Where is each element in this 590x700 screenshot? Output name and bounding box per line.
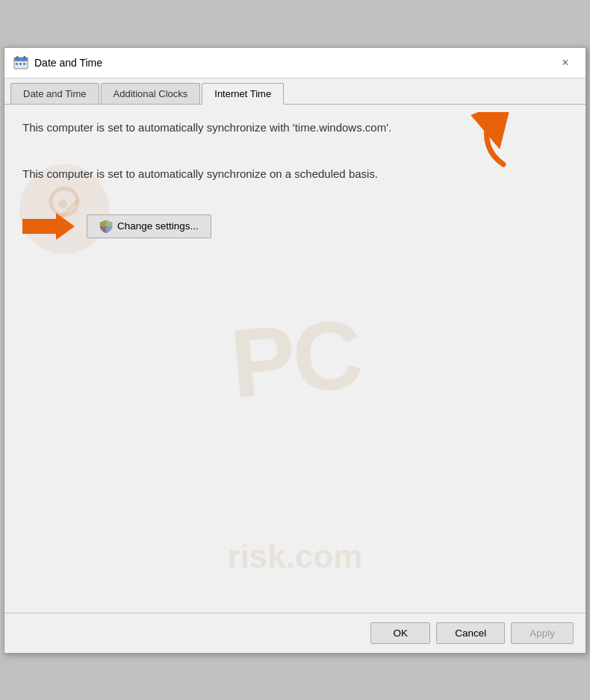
watermark-riskcom: risk.com	[228, 538, 363, 575]
title-bar-left: Date and Time	[13, 55, 102, 70]
content-area: PC risk.com This computer is set to auto…	[4, 105, 586, 613]
tab-date-time[interactable]: Date and Time	[10, 83, 99, 104]
cancel-button[interactable]: Cancel	[436, 622, 505, 644]
apply-button[interactable]: Apply	[511, 622, 574, 644]
svg-rect-1	[14, 58, 28, 61]
date-time-window: Date and Time × Date and Time Additional…	[4, 47, 586, 654]
svg-point-9	[58, 199, 67, 208]
svg-rect-3	[24, 56, 26, 59]
svg-rect-6	[23, 63, 25, 65]
change-settings-label: Change settings...	[117, 220, 199, 232]
title-bar: Date and Time ×	[4, 48, 586, 78]
svg-rect-4	[16, 63, 18, 65]
window-title: Date and Time	[34, 57, 102, 69]
svg-point-7	[51, 188, 78, 215]
change-settings-row: Change settings...	[22, 213, 568, 240]
tab-additional-clocks[interactable]: Additional Clocks	[101, 83, 201, 104]
svg-marker-11	[22, 213, 75, 240]
arrow-right-icon	[22, 213, 75, 240]
svg-rect-5	[19, 63, 22, 65]
ok-button[interactable]: OK	[370, 622, 430, 644]
shield-icon	[99, 220, 113, 233]
tabs-bar: Date and Time Additional Clocks Internet…	[4, 78, 586, 105]
bottom-bar: OK Cancel Apply	[4, 613, 586, 653]
watermark-pc: PC	[226, 297, 364, 419]
svg-rect-2	[16, 56, 19, 59]
change-settings-button[interactable]: Change settings...	[87, 214, 211, 238]
tab-internet-time[interactable]: Internet Time	[202, 83, 284, 105]
arrow-annotation-up	[466, 112, 518, 174]
calendar-icon	[13, 55, 28, 70]
close-button[interactable]: ×	[554, 54, 577, 72]
